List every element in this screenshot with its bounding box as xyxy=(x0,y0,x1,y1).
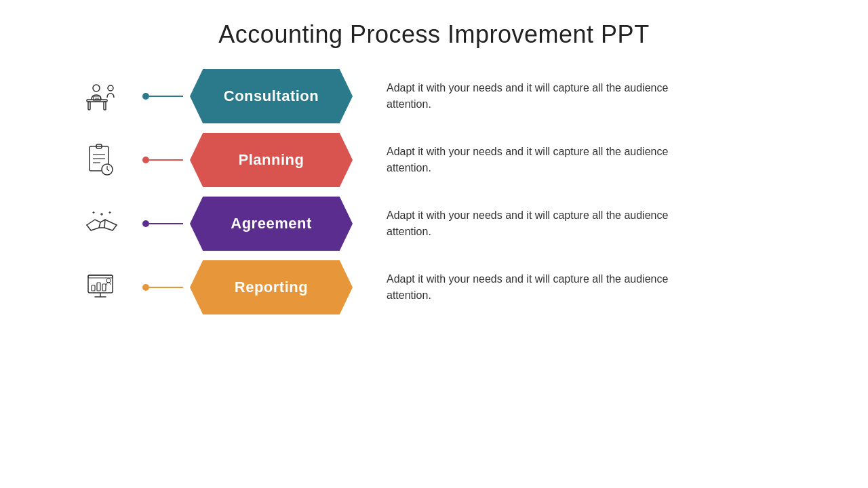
description-text-consultation: Adapt it with your needs and it will cap… xyxy=(387,80,685,113)
hexagon-label-agreement: Agreement xyxy=(231,215,311,232)
description-area-reporting: Adapt it with your needs and it will cap… xyxy=(359,271,807,304)
description-text-reporting: Adapt it with your needs and it will cap… xyxy=(387,271,685,304)
svg-point-4 xyxy=(108,85,113,91)
icon-area-consultation xyxy=(61,76,142,117)
hexagon-agreement: Agreement xyxy=(190,197,353,251)
description-area-agreement: Adapt it with your needs and it will cap… xyxy=(359,207,807,240)
connector-planning xyxy=(142,157,183,163)
hexagon-consultation: Consultation xyxy=(190,69,353,123)
connector-reporting xyxy=(142,284,183,291)
row-reporting: Reporting Adapt it with your needs and i… xyxy=(61,260,807,314)
svg-rect-2 xyxy=(104,102,106,110)
hexagon-label-planning: Planning xyxy=(239,151,304,169)
hexagon-wrapper-reporting: Reporting xyxy=(183,260,359,314)
svg-rect-26 xyxy=(102,284,106,291)
description-text-planning: Adapt it with your needs and it will cap… xyxy=(387,144,685,176)
description-text-agreement: Adapt it with your needs and it will cap… xyxy=(387,207,685,240)
slide-title: Accounting Process Improvement PPT xyxy=(218,20,649,49)
row-consultation: Consultation Adapt it with your needs an… xyxy=(61,69,807,123)
hexagon-label-reporting: Reporting xyxy=(235,279,308,296)
agreement-icon xyxy=(81,203,122,244)
hexagon-wrapper-consultation: Consultation xyxy=(183,69,359,123)
row-planning: Planning Adapt it with your needs and it… xyxy=(61,133,807,187)
hexagon-reporting: Reporting xyxy=(190,260,353,314)
svg-rect-25 xyxy=(97,283,100,291)
description-area-consultation: Adapt it with your needs and it will cap… xyxy=(359,80,807,113)
slide: Accounting Process Improvement PPT xyxy=(0,0,868,488)
icon-area-planning xyxy=(61,140,142,180)
hexagon-wrapper-planning: Planning xyxy=(183,133,359,187)
description-area-planning: Adapt it with your needs and it will cap… xyxy=(359,144,807,176)
hexagon-wrapper-agreement: Agreement xyxy=(183,197,359,251)
consultation-icon xyxy=(81,76,122,117)
reporting-icon xyxy=(81,267,122,308)
connector-agreement xyxy=(142,220,183,227)
hexagon-planning: Planning xyxy=(190,133,353,187)
svg-point-3 xyxy=(93,85,100,92)
svg-rect-1 xyxy=(88,102,90,110)
svg-point-29 xyxy=(106,279,111,283)
hexagon-label-consultation: Consultation xyxy=(224,87,319,105)
connector-consultation xyxy=(142,93,183,100)
icon-area-agreement xyxy=(61,203,142,244)
rows-container: Consultation Adapt it with your needs an… xyxy=(61,69,807,314)
planning-icon xyxy=(81,140,122,180)
row-agreement: Agreement Adapt it with your needs and i… xyxy=(61,197,807,251)
svg-rect-24 xyxy=(92,285,95,291)
icon-area-reporting xyxy=(61,267,142,308)
